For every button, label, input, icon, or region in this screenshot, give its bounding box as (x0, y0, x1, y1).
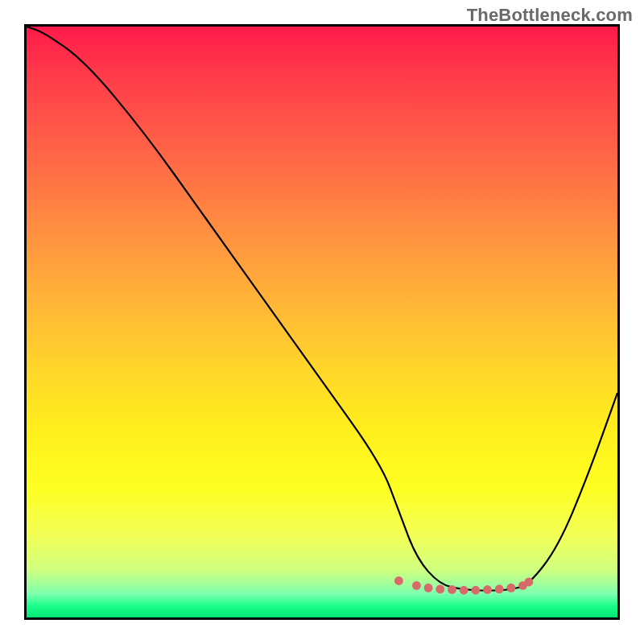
min-marker-dot (495, 584, 504, 593)
min-marker-dot (471, 586, 480, 595)
chart-plot-area (24, 24, 620, 620)
min-marker-dot (436, 584, 444, 593)
min-marker-dot (483, 585, 492, 594)
min-marker-group (394, 576, 533, 595)
min-marker-dot (394, 576, 403, 585)
bottleneck-curve (27, 27, 617, 591)
min-marker-dot (412, 581, 421, 590)
min-marker-dot (460, 586, 469, 595)
watermark-text: TheBottleneck.com (467, 5, 633, 26)
min-marker-dot (424, 584, 433, 592)
min-marker-dot (506, 584, 515, 592)
min-marker-dot (448, 585, 456, 594)
min-marker-dot (524, 578, 533, 587)
chart-svg-layer (27, 27, 617, 617)
